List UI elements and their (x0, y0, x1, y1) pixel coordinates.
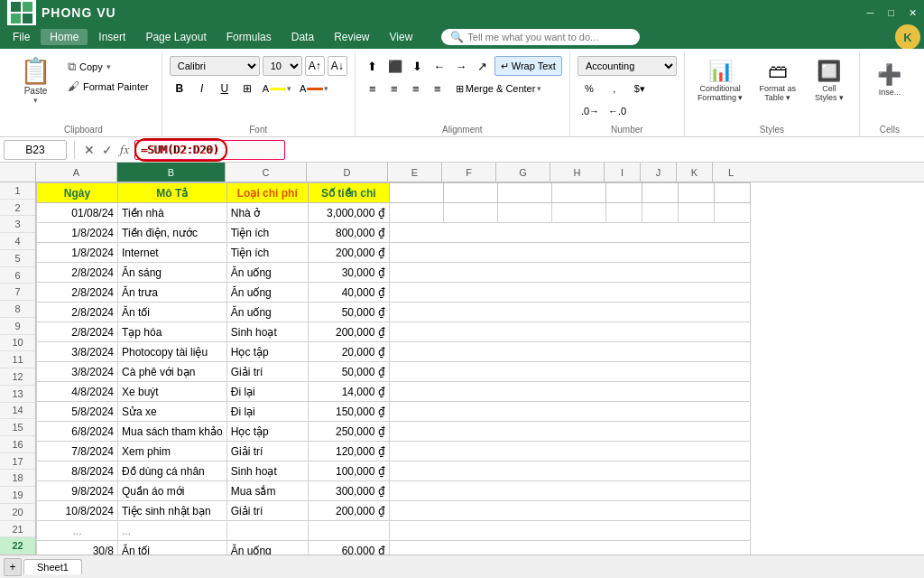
cell-e2[interactable] (389, 203, 443, 223)
middle-align-btn[interactable]: ⬛ (384, 56, 406, 76)
user-avatar[interactable]: K (895, 24, 920, 50)
cell-g2[interactable] (497, 203, 551, 223)
cell-a14[interactable]: 7/8/2024 (37, 442, 118, 461)
cell-b8[interactable]: Tạp hóa (118, 322, 227, 342)
cell-a10[interactable]: 3/8/2024 (37, 362, 118, 382)
right-align-btn[interactable]: ≡ (406, 79, 426, 98)
cell-a13[interactable]: 6/8/2024 (37, 422, 118, 442)
cell-c19[interactable]: Ăn uống (226, 541, 308, 555)
cell-d12[interactable]: 150,000 ₫ (308, 402, 389, 422)
cell-a2[interactable]: 01/08/24 (37, 203, 118, 223)
cell-a4[interactable]: 1/8/2024 (37, 243, 118, 263)
cell-b17[interactable]: Tiệc sinh nhật bạn (118, 501, 227, 521)
menu-data[interactable]: Data (282, 29, 323, 45)
cell-reference-input[interactable] (4, 140, 67, 160)
search-box[interactable]: 🔍 (441, 29, 640, 45)
cell-a7[interactable]: 2/8/2024 (37, 303, 118, 322)
col-header-k[interactable]: K (677, 163, 713, 182)
format-as-table-button[interactable]: 🗃 Format asTable ▾ (753, 56, 801, 107)
cell-b14[interactable]: Xem phim (118, 442, 227, 461)
cell-b1[interactable]: Mô Tả (118, 183, 227, 203)
row-header-6[interactable]: 6 (0, 267, 35, 284)
cell-d7[interactable]: 50,000 ₫ (308, 303, 389, 322)
cell-d14[interactable]: 120,000 ₫ (308, 442, 389, 461)
cell-c9[interactable]: Học tập (226, 342, 308, 362)
insert-cells-button[interactable]: ➕ Inse... (867, 60, 912, 101)
cell-c6[interactable]: Ăn uống (226, 283, 308, 303)
row-header-20[interactable]: 20 (0, 504, 35, 521)
cell-d10[interactable]: 50,000 ₫ (308, 362, 389, 382)
cell-l1[interactable] (714, 183, 750, 203)
cell-h1[interactable] (551, 183, 605, 203)
col-header-e[interactable]: E (388, 163, 442, 182)
row-header-17[interactable]: 17 (0, 453, 35, 471)
menu-file[interactable]: File (4, 29, 39, 45)
cell-c13[interactable]: Học tập (226, 422, 308, 442)
sheet-tab-1[interactable]: Sheet1 (23, 559, 82, 574)
row-header-2[interactable]: 2 (0, 200, 35, 217)
comma-btn[interactable]: , (603, 79, 626, 98)
indent-increase-btn[interactable]: → (451, 56, 471, 76)
cell-b4[interactable]: Internet (118, 243, 227, 263)
justify-align-btn[interactable]: ≡ (428, 79, 448, 98)
cell-a15[interactable]: 8/8/2024 (37, 461, 118, 481)
left-align-btn[interactable]: ≡ (363, 79, 383, 98)
cell-a17[interactable]: 10/8/2024 (37, 501, 118, 521)
merge-center-button[interactable]: ⊞ Merge & Center ▾ (449, 79, 549, 98)
cell-c1[interactable]: Loại chi phí (226, 183, 308, 203)
format-painter-button[interactable]: 🖌 Format Painter (62, 78, 154, 95)
cell-i2[interactable] (605, 203, 642, 223)
number-format-select[interactable]: Accounting General Number Currency (578, 56, 677, 76)
cell-b18[interactable]: ... (118, 521, 227, 541)
cell-d2[interactable]: 3,000,000 ₫ (308, 203, 389, 223)
cell-d3[interactable]: 800,000 ₫ (308, 223, 389, 243)
row-header-15[interactable]: 15 (0, 419, 35, 436)
indent-decrease-btn[interactable]: ← (430, 56, 449, 76)
cell-b16[interactable]: Quần áo mới (118, 481, 227, 501)
menu-pagelayout[interactable]: Page Layout (136, 29, 215, 45)
cell-k1[interactable] (678, 183, 714, 203)
cell-a19[interactable]: 30/8 (37, 541, 118, 555)
add-sheet-btn[interactable]: + (4, 558, 22, 576)
currency-btn[interactable]: $▾ (628, 79, 651, 98)
row-header-21[interactable]: 21 (0, 521, 35, 538)
cell-d19[interactable]: 60,000 ₫ (308, 541, 389, 555)
top-align-btn[interactable]: ⬆ (363, 56, 383, 76)
cell-d15[interactable]: 100,000 ₫ (308, 461, 389, 481)
row-header-9[interactable]: 9 (0, 318, 35, 335)
copy-button[interactable]: ⧉ Copy ▾ (62, 58, 154, 76)
cell-h2[interactable] (551, 203, 605, 223)
cell-c2[interactable]: Nhà ở (226, 203, 308, 223)
font-name-select[interactable]: Calibri (170, 56, 260, 76)
cell-d8[interactable]: 200,000 ₫ (308, 322, 389, 342)
cell-b13[interactable]: Mua sách tham khảo (118, 422, 227, 442)
cell-c16[interactable]: Mua sắm (226, 481, 308, 501)
cell-b7[interactable]: Ăn tối (118, 303, 227, 322)
grid-area[interactable]: Ngày Mô Tả Loại chi phí Số tiền chi (36, 182, 924, 555)
minimize-btn[interactable]: ─ (867, 7, 874, 18)
col-header-f[interactable]: F (442, 163, 496, 182)
menu-view[interactable]: View (381, 29, 422, 45)
decimal-up-btn[interactable]: .0→ (578, 101, 603, 121)
cell-a5[interactable]: 2/8/2024 (37, 263, 118, 283)
menu-insert[interactable]: Insert (89, 29, 134, 45)
cell-b11[interactable]: Xe buýt (118, 382, 227, 402)
menu-home[interactable]: Home (41, 29, 88, 45)
col-header-c[interactable]: C (226, 163, 307, 182)
close-btn[interactable]: ✕ (909, 7, 917, 19)
paste-button[interactable]: 📋 Paste ▾ (13, 52, 59, 108)
fill-color-button[interactable]: A ▾ (260, 79, 294, 98)
cell-b6[interactable]: Ăn trưa (118, 283, 227, 303)
cancel-formula-btn[interactable]: ✕ (82, 141, 97, 159)
col-header-i[interactable]: I (605, 163, 641, 182)
percent-btn[interactable]: % (578, 79, 601, 98)
confirm-formula-btn[interactable]: ✓ (100, 141, 115, 159)
row-header-4[interactable]: 4 (0, 233, 35, 250)
row-header-16[interactable]: 16 (0, 436, 35, 453)
cell-c15[interactable]: Sinh hoạt (226, 461, 308, 481)
cell-c4[interactable]: Tiện ích (226, 243, 308, 263)
row-header-18[interactable]: 18 (0, 470, 35, 487)
cell-d18[interactable] (308, 521, 389, 541)
cell-c8[interactable]: Sinh hoạt (226, 322, 308, 342)
increase-font-btn[interactable]: A↑ (305, 56, 325, 76)
